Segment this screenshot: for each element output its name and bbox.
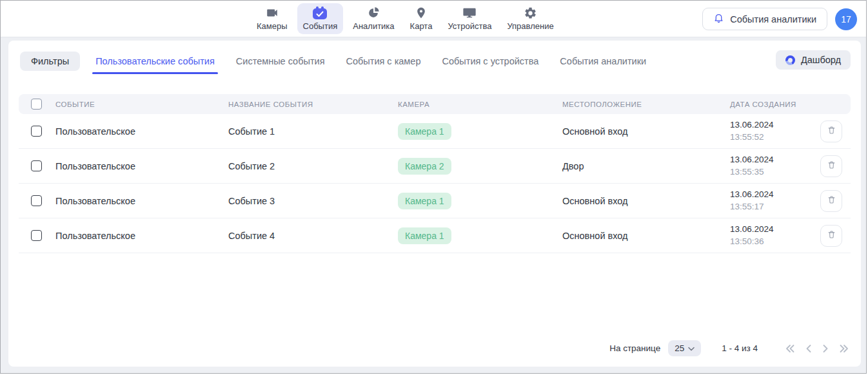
tab-device-events[interactable]: События с устройства [442, 56, 538, 66]
nav-label: Аналитика [353, 21, 394, 31]
trash-icon [827, 195, 836, 207]
events-table: СОБЫТИЕ НАЗВАНИЕ СОБЫТИЯ КАМЕРА МЕСТОПОЛ… [19, 94, 851, 253]
events-card: Фильтры Пользовательские события Системн… [8, 41, 861, 367]
settings-icon [524, 6, 537, 19]
table-row: Пользовательское Событие 3 Камера 1 Осно… [19, 184, 851, 218]
trash-icon [827, 160, 836, 172]
location-cell: Основной вход [562, 126, 730, 137]
dashboard-icon [785, 55, 795, 65]
chevron-down-icon [688, 343, 695, 353]
date-value: 13.06.2024 [730, 154, 812, 166]
trash-icon [827, 229, 836, 242]
pager-controls [785, 344, 849, 353]
event-type-cell: Пользовательское [55, 196, 228, 206]
camera-cell: Камера 1 [398, 193, 562, 209]
pagination-bar: На странице 25 1 - 4 из 4 [609, 340, 849, 356]
nav-item-cameras[interactable]: Камеры [251, 3, 293, 34]
per-page-value: 25 [675, 343, 684, 353]
date-cell: 13.06.2024 13:55:17 [730, 189, 812, 212]
last-page-icon[interactable] [839, 344, 849, 353]
event-name-cell: Событие 2 [228, 161, 398, 171]
event-name-cell: Событие 4 [228, 231, 398, 241]
location-cell: Основной вход [562, 231, 730, 241]
topbar-right: События аналитики 17 [702, 8, 857, 30]
next-page-icon[interactable] [822, 344, 829, 353]
table-header: СОБЫТИЕ НАЗВАНИЕ СОБЫТИЯ КАМЕРА МЕСТОПОЛ… [19, 94, 851, 114]
prev-page-icon[interactable] [805, 344, 812, 353]
avatar[interactable]: 17 [835, 8, 857, 30]
map-icon [415, 6, 428, 19]
per-page-label: На странице [609, 343, 660, 353]
nav-item-devices[interactable]: Устройства [442, 3, 497, 34]
devices-icon [462, 6, 477, 19]
column-header-location: МЕСТОПОЛОЖЕНИЕ [562, 101, 730, 108]
filters-button[interactable]: Фильтры [20, 52, 80, 71]
trash-icon [827, 125, 836, 137]
tabs: Пользовательские события Системные событ… [95, 56, 646, 66]
nav-item-management[interactable]: Управление [501, 3, 559, 34]
table-row: Пользовательское Событие 2 Камера 2 Двор… [19, 149, 851, 184]
range-label: 1 - 4 из 4 [722, 343, 758, 353]
event-type-cell: Пользовательское [55, 231, 228, 241]
date-value: 13.06.2024 [730, 224, 812, 235]
event-type-cell: Пользовательское [55, 161, 228, 171]
tab-user-events[interactable]: Пользовательские события [95, 56, 215, 66]
row-checkbox[interactable] [31, 195, 42, 206]
table-body: Пользовательское Событие 1 Камера 1 Осно… [19, 114, 851, 253]
select-all-checkbox[interactable] [31, 99, 42, 110]
location-cell: Двор [562, 161, 730, 171]
table-row: Пользовательское Событие 1 Камера 1 Осно… [19, 114, 851, 149]
dashboard-button[interactable]: Дашборд [776, 50, 851, 70]
time-value: 13:55:17 [730, 201, 812, 213]
event-name-cell: Событие 1 [228, 126, 398, 137]
analytics-events-button[interactable]: События аналитики [702, 8, 827, 30]
nav-label: Карта [410, 21, 433, 31]
delete-row-button[interactable] [820, 190, 842, 212]
nav-item-analytics[interactable]: Аналитика [347, 3, 400, 34]
row-checkbox[interactable] [31, 126, 42, 137]
per-page-select[interactable]: 25 [668, 340, 701, 356]
column-header-date: ДАТА СОЗДАНИЯ [730, 101, 812, 108]
column-header-camera: КАМЕРА [398, 101, 562, 108]
column-header-name: НАЗВАНИЕ СОБЫТИЯ [228, 101, 398, 108]
analytics-events-label: События аналитики [730, 14, 816, 24]
delete-row-button[interactable] [820, 225, 842, 247]
delete-row-button[interactable] [820, 155, 842, 177]
row-checkbox[interactable] [31, 230, 42, 241]
camera-badge[interactable]: Камера 1 [398, 227, 451, 244]
time-value: 13:55:35 [730, 166, 812, 178]
camera-cell: Камера 1 [398, 227, 562, 244]
tab-camera-events[interactable]: События с камер [346, 56, 420, 66]
date-cell: 13.06.2024 13:50:36 [730, 224, 812, 247]
tab-analytics-events[interactable]: События аналитики [560, 56, 646, 66]
analytics-icon [366, 6, 380, 19]
nav-label: Камеры [257, 21, 288, 31]
row-checkbox[interactable] [31, 160, 42, 171]
delete-row-button[interactable] [820, 120, 842, 142]
tab-system-events[interactable]: Системные события [236, 56, 325, 66]
bell-icon [713, 12, 724, 26]
event-name-cell: Событие 3 [228, 196, 398, 206]
camera-badge[interactable]: Камера 1 [398, 193, 451, 209]
top-bar: Камеры События [1, 1, 866, 37]
camera-badge[interactable]: Камера 2 [398, 158, 451, 175]
nav-label: Управление [507, 21, 553, 31]
camera-icon [265, 6, 279, 19]
nav-item-events[interactable]: События [297, 3, 344, 34]
tab-row: Фильтры Пользовательские события Системн… [20, 50, 851, 72]
nav-item-map[interactable]: Карта [404, 3, 439, 34]
table-row: Пользовательское Событие 4 Камера 1 Осно… [19, 218, 851, 253]
date-value: 13.06.2024 [730, 189, 812, 200]
time-value: 13:50:36 [730, 236, 812, 247]
dashboard-label: Дашборд [801, 55, 841, 65]
first-page-icon[interactable] [785, 344, 795, 353]
date-cell: 13.06.2024 13:55:52 [730, 119, 812, 142]
time-value: 13:55:52 [730, 131, 812, 143]
camera-cell: Камера 1 [398, 123, 562, 140]
column-header-event: СОБЫТИЕ [55, 101, 228, 108]
app-window: Камеры События [0, 0, 867, 374]
location-cell: Основной вход [562, 196, 730, 206]
date-cell: 13.06.2024 13:55:35 [730, 154, 812, 177]
main-nav: Камеры События [251, 1, 560, 37]
camera-badge[interactable]: Камера 1 [398, 123, 451, 140]
